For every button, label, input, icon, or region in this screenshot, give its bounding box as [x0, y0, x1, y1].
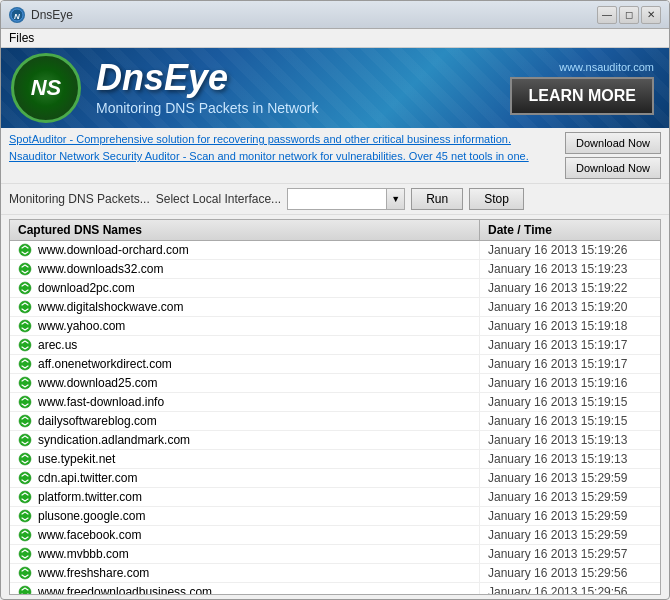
files-menu[interactable]: Files [9, 31, 34, 45]
restore-button[interactable]: ◻ [619, 6, 639, 24]
dns-arrow-icon [18, 471, 32, 485]
table-row[interactable]: www.download-orchard.comJanuary 16 2013 … [10, 241, 660, 260]
dropdown-arrow-icon[interactable]: ▼ [387, 188, 405, 210]
cell-dns-name: www.fast-download.info [10, 393, 480, 411]
cell-dns-name: syndication.adlandmark.com [10, 431, 480, 449]
dns-name-text: use.typekit.net [38, 452, 115, 466]
close-button[interactable]: ✕ [641, 6, 661, 24]
cell-date-text: January 16 2013 15:19:16 [480, 374, 660, 392]
dns-arrow-icon [18, 357, 32, 371]
banner-content: DnsEye Monitoring DNS Packets in Network [81, 60, 510, 116]
cell-dns-name: use.typekit.net [10, 450, 480, 468]
cell-dns-name: cdn.api.twitter.com [10, 469, 480, 487]
dns-arrow-icon [18, 490, 32, 504]
ad-link-2[interactable]: Nsauditor Network Security Auditor - Sca… [9, 149, 561, 164]
dns-arrow-icon [18, 243, 32, 257]
dns-name-text: www.downloads32.com [38, 262, 163, 276]
dns-name-text: www.freedownloadbusiness.com [38, 585, 212, 595]
dns-arrow-icon [18, 414, 32, 428]
cell-dns-name: arec.us [10, 336, 480, 354]
table-row[interactable]: download2pc.comJanuary 16 2013 15:19:22 [10, 279, 660, 298]
table-body: www.download-orchard.comJanuary 16 2013 … [10, 241, 660, 595]
toolbar: Monitoring DNS Packets... Select Local I… [1, 184, 669, 215]
download-button-1[interactable]: Download Now [565, 132, 661, 154]
learn-more-button[interactable]: LEARN MORE [510, 77, 654, 115]
dns-arrow-icon [18, 528, 32, 542]
dns-arrow-icon [18, 338, 32, 352]
dns-arrow-icon [18, 566, 32, 580]
cell-dns-name: dailysoftwareblog.com [10, 412, 480, 430]
cell-date-text: January 16 2013 15:29:59 [480, 507, 660, 525]
table-row[interactable]: aff.onenetworkdirect.comJanuary 16 2013 … [10, 355, 660, 374]
dns-name-text: www.mvbbb.com [38, 547, 129, 561]
minimize-button[interactable]: — [597, 6, 617, 24]
dns-name-text: www.download-orchard.com [38, 243, 189, 257]
title-bar: N DnsEye — ◻ ✕ [1, 1, 669, 29]
dns-name-text: platform.twitter.com [38, 490, 142, 504]
dns-arrow-icon [18, 395, 32, 409]
ad-links: SpotAuditor - Comprehensive solution for… [9, 132, 561, 179]
dns-name-text: plusone.google.com [38, 509, 145, 523]
cell-date-text: January 16 2013 15:19:13 [480, 450, 660, 468]
cell-date-text: January 16 2013 15:19:23 [480, 260, 660, 278]
col-header-date: Date / Time [480, 220, 660, 240]
ad-buttons: Download Now Download Now [565, 132, 661, 179]
window-title: DnsEye [31, 8, 73, 22]
col-header-name: Captured DNS Names [10, 220, 480, 240]
dns-name-text: arec.us [38, 338, 77, 352]
dns-name-text: www.digitalshockwave.com [38, 300, 183, 314]
svg-point-20 [19, 586, 31, 595]
dns-arrow-icon [18, 281, 32, 295]
table-row[interactable]: www.digitalshockwave.comJanuary 16 2013 … [10, 298, 660, 317]
cell-date-text: January 16 2013 15:29:57 [480, 545, 660, 563]
dns-arrow-icon [18, 585, 32, 595]
dns-arrow-icon [18, 433, 32, 447]
cell-dns-name: www.download25.com [10, 374, 480, 392]
download-button-2[interactable]: Download Now [565, 157, 661, 179]
interface-dropdown[interactable]: ▼ [287, 188, 405, 210]
table-row[interactable]: www.mvbbb.comJanuary 16 2013 15:29:57 [10, 545, 660, 564]
cell-dns-name: aff.onenetworkdirect.com [10, 355, 480, 373]
dns-name-text: www.facebook.com [38, 528, 141, 542]
stop-button[interactable]: Stop [469, 188, 524, 210]
dns-arrow-icon [18, 452, 32, 466]
dns-arrow-icon [18, 509, 32, 523]
cell-date-text: January 16 2013 15:29:56 [480, 564, 660, 582]
table-row[interactable]: www.freedownloadbusiness.comJanuary 16 2… [10, 583, 660, 595]
cell-dns-name: www.facebook.com [10, 526, 480, 544]
table-row[interactable]: www.downloads32.comJanuary 16 2013 15:19… [10, 260, 660, 279]
table-row[interactable]: www.freshshare.comJanuary 16 2013 15:29:… [10, 564, 660, 583]
cell-date-text: January 16 2013 15:19:17 [480, 355, 660, 373]
dns-arrow-icon [18, 376, 32, 390]
table-row[interactable]: use.typekit.netJanuary 16 2013 15:19:13 [10, 450, 660, 469]
table-row[interactable]: www.facebook.comJanuary 16 2013 15:29:59 [10, 526, 660, 545]
ad-link-1[interactable]: SpotAuditor - Comprehensive solution for… [9, 132, 561, 147]
table-row[interactable]: arec.usJanuary 16 2013 15:19:17 [10, 336, 660, 355]
table-row[interactable]: platform.twitter.comJanuary 16 2013 15:2… [10, 488, 660, 507]
cell-date-text: January 16 2013 15:29:59 [480, 526, 660, 544]
ad-bar: SpotAuditor - Comprehensive solution for… [1, 128, 669, 184]
table-row[interactable]: cdn.api.twitter.comJanuary 16 2013 15:29… [10, 469, 660, 488]
banner-title: DnsEye [96, 60, 510, 96]
table-row[interactable]: www.download25.comJanuary 16 2013 15:19:… [10, 374, 660, 393]
dns-name-text: syndication.adlandmark.com [38, 433, 190, 447]
dns-name-text: www.freshshare.com [38, 566, 149, 580]
cell-dns-name: www.freedownloadbusiness.com [10, 583, 480, 595]
svg-text:N: N [14, 12, 20, 21]
app-icon: N [9, 7, 25, 23]
table-row[interactable]: www.yahoo.comJanuary 16 2013 15:19:18 [10, 317, 660, 336]
table-row[interactable]: syndication.adlandmark.comJanuary 16 201… [10, 431, 660, 450]
banner-right: www.nsauditor.com LEARN MORE [510, 61, 669, 115]
table-row[interactable]: dailysoftwareblog.comJanuary 16 2013 15:… [10, 412, 660, 431]
table-header: Captured DNS Names Date / Time [10, 220, 660, 241]
cell-date-text: January 16 2013 15:19:22 [480, 279, 660, 297]
interface-input[interactable] [287, 188, 387, 210]
menu-bar: Files [1, 29, 669, 48]
monitoring-label: Monitoring DNS Packets... [9, 192, 150, 206]
banner-domain: www.nsauditor.com [510, 61, 654, 73]
table-row[interactable]: www.fast-download.infoJanuary 16 2013 15… [10, 393, 660, 412]
dns-arrow-icon [18, 300, 32, 314]
run-button[interactable]: Run [411, 188, 463, 210]
table-row[interactable]: plusone.google.comJanuary 16 2013 15:29:… [10, 507, 660, 526]
cell-dns-name: download2pc.com [10, 279, 480, 297]
